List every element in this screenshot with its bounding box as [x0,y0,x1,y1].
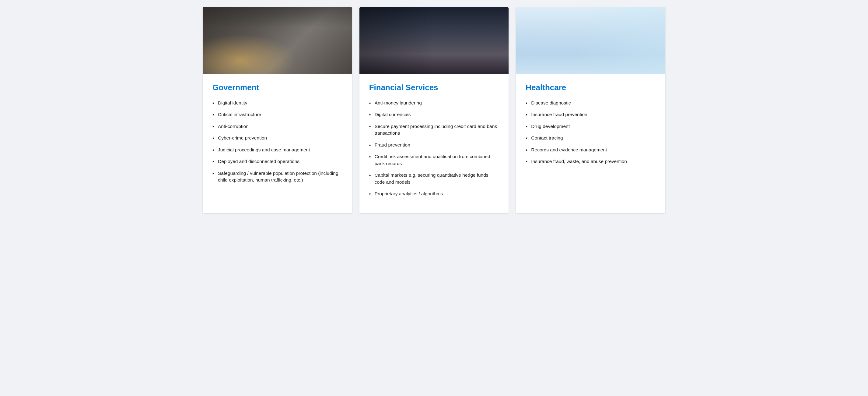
list-item: Judicial proceedings and case management [212,146,342,153]
card-government: GovernmentDigital identityCritical infra… [203,7,352,213]
list-item: Anti-corruption [212,123,342,130]
list-item: Secure payment processing including cred… [369,123,499,137]
list-item: Anti-money laundering [369,100,499,106]
card-title-government: Government [212,83,342,92]
list-item: Insurance fraud, waste, and abuse preven… [526,158,656,165]
card-list-healthcare: Disease diagnosticInsurance fraud preven… [526,100,656,165]
cards-container: GovernmentDigital identityCritical infra… [203,7,665,213]
card-body-healthcare: HealthcareDisease diagnosticInsurance fr… [516,74,665,181]
list-item: Proprietary analytics / algorithms [369,190,499,197]
list-item: Deployed and disconnected operations [212,158,342,165]
list-item: Credit risk assessment and qualification… [369,153,499,167]
card-body-government: GovernmentDigital identityCritical infra… [203,74,352,200]
card-image-healthcare [516,7,665,74]
card-list-government: Digital identityCritical infrastructureA… [212,100,342,184]
card-list-financial-services: Anti-money launderingDigital currenciesS… [369,100,499,197]
card-healthcare: HealthcareDisease diagnosticInsurance fr… [516,7,665,213]
card-body-financial-services: Financial ServicesAnti-money launderingD… [360,74,509,213]
list-item: Fraud prevention [369,142,499,148]
list-item: Capital markets e.g. securing quantitati… [369,172,499,186]
list-item: Digital currencies [369,111,499,118]
list-item: Cyber-crime prevention [212,135,342,141]
list-item: Safeguarding / vulnerable population pro… [212,170,342,184]
list-item: Contact tracing [526,135,656,141]
list-item: Disease diagnostic [526,100,656,106]
card-title-financial-services: Financial Services [369,83,499,92]
card-image-government [203,7,352,74]
list-item: Digital identity [212,100,342,106]
list-item: Critical infrastructure [212,111,342,118]
list-item: Insurance fraud prevention [526,111,656,118]
card-title-healthcare: Healthcare [526,83,656,92]
card-financial-services: Financial ServicesAnti-money launderingD… [360,7,509,213]
list-item: Drug development [526,123,656,130]
card-image-financial-services [360,7,509,74]
list-item: Records and evidence management [526,146,656,153]
